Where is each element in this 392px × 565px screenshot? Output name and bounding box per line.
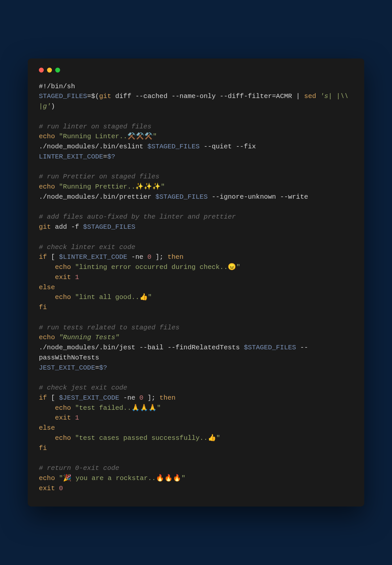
shebang: #!/bin/sh xyxy=(39,83,75,90)
eslint-flags: --quiet --fix xyxy=(200,143,256,150)
op-eq: = xyxy=(103,153,107,160)
kw-then: then xyxy=(168,253,184,261)
cmd-exit: exit xyxy=(39,485,55,492)
op-lbracket: [ xyxy=(47,394,59,402)
kw-then: then xyxy=(159,394,175,402)
var-linter-exit-ref: $LINTER_EXIT_CODE xyxy=(59,253,127,261)
minimize-icon[interactable] xyxy=(47,68,52,73)
num-zero: 0 xyxy=(59,485,63,492)
cmd-echo: echo xyxy=(55,293,71,301)
cmd-sed: sed xyxy=(304,92,316,100)
cmd-echo: echo xyxy=(55,434,71,442)
var-jest-exit-ref: $JEST_EXIT_CODE xyxy=(59,394,120,402)
cmd-exit: exit xyxy=(55,274,71,281)
op-ne: -ne xyxy=(127,253,148,261)
kw-if: if xyxy=(39,253,47,261)
comment-prettier: # run Prettier on staged files xyxy=(39,173,159,180)
prettier-flags: --ignore-unknown --write xyxy=(208,193,308,201)
var-qmark: $? xyxy=(99,364,107,372)
op-lbracket: [ xyxy=(47,253,59,261)
op-rbracket: ]; xyxy=(143,394,159,402)
kw-else: else xyxy=(39,284,55,291)
eslint-path: ./node_modules/.bin/eslint xyxy=(39,143,147,150)
cmd-echo: echo xyxy=(55,263,71,271)
op-eq: = xyxy=(95,364,99,372)
var-staged: STAGED_FILES xyxy=(39,92,87,100)
jest-path: ./node_modules/.bin/jest --bail --findRe… xyxy=(39,344,244,351)
comment-linter: # run linter on staged files xyxy=(39,123,151,130)
op-pipe: | xyxy=(292,92,304,100)
kw-else: else xyxy=(39,424,55,432)
kw-fi: fi xyxy=(39,304,47,311)
echo-lint-ok: "lint all good..👍" xyxy=(75,293,152,301)
cmd-exit: exit xyxy=(55,414,71,422)
cmd-git: git xyxy=(99,92,111,100)
comment-tests: # run tests related to staged files xyxy=(39,324,180,331)
num-one: 1 xyxy=(75,414,79,422)
cmd-echo: echo xyxy=(39,183,55,191)
var-qmark: $? xyxy=(107,153,115,160)
cmd-echo: echo xyxy=(39,133,55,140)
op-ne: -ne xyxy=(119,394,139,402)
cmd-echo: echo xyxy=(55,404,71,412)
comment-jest-exit: # check jest exit code xyxy=(39,384,127,391)
cmd-git: git xyxy=(39,223,51,231)
var-linter-exit: LINTER_EXIT_CODE xyxy=(39,153,103,160)
echo-linter: "Running Linter..⚒️⚒️⚒️" xyxy=(59,133,157,140)
op-close: ) xyxy=(51,103,55,110)
num-zero: 0 xyxy=(147,253,151,261)
op-dollar-open: $( xyxy=(91,92,99,100)
code-block: #!/bin/sh STAGED_FILES=$(git diff --cach… xyxy=(39,82,353,494)
cmd-echo: echo xyxy=(39,334,55,341)
comment-lint-exit: # check linter exit code xyxy=(39,243,135,251)
terminal-window: #!/bin/sh STAGED_FILES=$(git diff --cach… xyxy=(28,58,364,507)
num-zero: 0 xyxy=(139,394,143,402)
cmd-echo: echo xyxy=(39,474,55,482)
kw-if: if xyxy=(39,394,47,402)
echo-test-fail: "test failed..🙏🙏🙏" xyxy=(75,404,161,412)
echo-lint-err: "linting error occurred during check..😠" xyxy=(75,263,240,271)
var-staged-ref: $STAGED_FILES xyxy=(244,344,296,351)
var-staged-ref: $STAGED_FILES xyxy=(147,143,200,150)
num-one: 1 xyxy=(75,274,79,281)
prettier-path: ./node_modules/.bin/prettier xyxy=(39,193,155,201)
git-diff-flags: diff --cached --name-only --diff-filter=… xyxy=(111,92,292,100)
echo-prettier: "Running Prettier..✨✨✨" xyxy=(59,183,165,191)
git-add-flags: add -f xyxy=(51,223,83,231)
var-jest-exit: JEST_EXIT_CODE xyxy=(39,364,95,372)
close-icon[interactable] xyxy=(39,68,44,73)
op-rbracket: ]; xyxy=(151,253,167,261)
comment-add: # add files auto-fixed by the linter and… xyxy=(39,213,236,221)
echo-tests: "Running Tests" xyxy=(59,334,120,341)
op-eq: = xyxy=(87,92,91,100)
window-controls xyxy=(39,68,353,73)
var-staged-ref: $STAGED_FILES xyxy=(83,223,135,231)
kw-fi: fi xyxy=(39,444,47,452)
maximize-icon[interactable] xyxy=(55,68,60,73)
var-staged-ref: $STAGED_FILES xyxy=(155,193,208,201)
echo-test-ok: "test cases passed successfully..👍" xyxy=(75,434,220,442)
echo-rockstar: "🎉 you are a rockstar..🔥🔥🔥" xyxy=(59,474,186,482)
comment-return: # return 0-exit code xyxy=(39,464,119,472)
